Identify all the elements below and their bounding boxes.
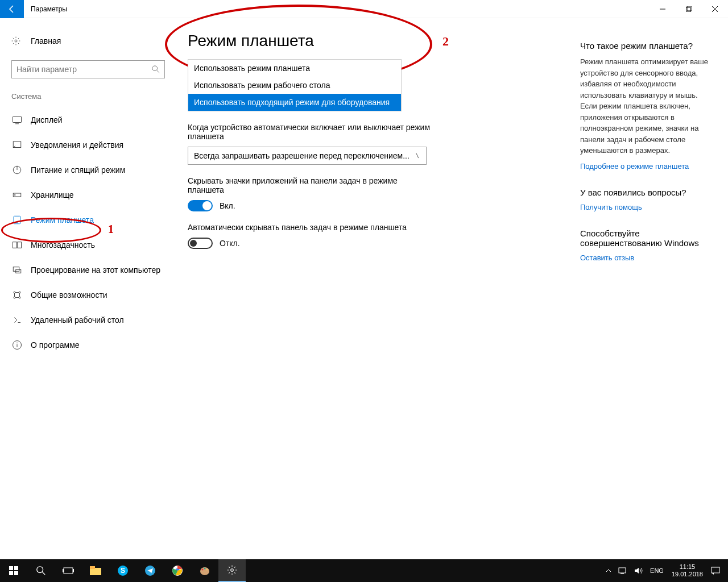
auto-switch-dropdown[interactable]: Всегда запрашивать разрешение перед пере…	[188, 147, 427, 165]
info-text: Режим планшета оптимизирует ваше устройс…	[580, 56, 717, 156]
shared-icon	[11, 289, 23, 301]
svg-point-48	[231, 569, 234, 572]
nav-notifications[interactable]: Уведомления и действия	[11, 132, 176, 157]
svg-point-32	[37, 567, 43, 573]
gear-icon	[11, 36, 23, 45]
nav-tablet-mode[interactable]: Режим планшета	[11, 207, 176, 232]
tray-time: 11:15	[680, 563, 696, 571]
nav-shared[interactable]: Общие возможности	[11, 282, 176, 307]
page-title: Режим планшета	[188, 32, 569, 50]
svg-point-6	[152, 66, 158, 71]
svg-point-16	[16, 222, 18, 223]
svg-point-23	[14, 297, 15, 298]
svg-rect-30	[9, 571, 13, 575]
explorer-taskbar-icon[interactable]	[82, 559, 109, 582]
nav-remote-desktop[interactable]: Удаленный рабочий стол	[11, 307, 176, 332]
main-content: 2 Режим планшета Использовать режим план…	[176, 18, 580, 559]
tray-clock[interactable]: 11:15 19.01.2018	[667, 559, 708, 582]
svg-point-14	[15, 194, 16, 196]
nav-label: Питание и спящий режим	[31, 165, 125, 174]
svg-rect-2	[687, 6, 692, 11]
tray-network-icon[interactable]	[615, 559, 631, 582]
nav-label: Хранилище	[31, 190, 74, 199]
svg-point-5	[15, 40, 17, 42]
nav-about[interactable]: О программе	[11, 332, 176, 357]
svg-text:S: S	[121, 567, 125, 575]
svg-rect-31	[14, 571, 18, 575]
svg-rect-17	[13, 242, 17, 248]
svg-rect-29	[14, 566, 18, 570]
taskbar: S ENG 11:15 19.01.2018	[0, 559, 728, 582]
nav-label: Многозадачность	[31, 240, 95, 250]
setting-label: Когда устройство автоматически включает …	[188, 123, 432, 141]
multitasking-icon	[11, 239, 23, 251]
svg-rect-1	[686, 7, 690, 12]
skype-taskbar-icon[interactable]: S	[109, 559, 136, 582]
svg-rect-18	[18, 242, 22, 248]
display-icon	[11, 114, 23, 126]
search-box[interactable]	[11, 60, 165, 78]
feedback-heading: Способствуйте совершенствованию Windows	[580, 228, 717, 248]
sidebar: Главная Система Дисплей Уведомления и де…	[0, 18, 176, 559]
minimize-button[interactable]	[650, 0, 676, 18]
tray-action-center-icon[interactable]	[708, 559, 723, 582]
svg-rect-28	[9, 566, 13, 570]
feedback-link[interactable]: Оставить отзыв	[580, 253, 717, 262]
settings-taskbar-icon[interactable]	[218, 559, 246, 582]
window-title: Параметры	[31, 5, 67, 13]
svg-rect-49	[619, 568, 626, 573]
annotation-label-2: 2	[442, 34, 449, 49]
svg-point-45	[202, 569, 204, 571]
hide-taskbar-toggle[interactable]	[188, 238, 213, 249]
home-nav[interactable]: Главная	[11, 30, 176, 52]
search-input[interactable]	[16, 65, 152, 74]
svg-rect-36	[73, 569, 74, 572]
dropdown-option-selected[interactable]: Использовать подходящий режим для оборуд…	[188, 94, 401, 111]
learn-more-link[interactable]: Подробнее о режиме планшета	[580, 162, 717, 171]
search-taskbar-button[interactable]	[27, 559, 55, 582]
nav-projecting[interactable]: Проецирование на этот компьютер	[11, 257, 176, 282]
tray-chevron-icon[interactable]	[602, 559, 615, 582]
hide-icons-toggle[interactable]	[188, 200, 213, 211]
nav-power[interactable]: Питание и спящий режим	[11, 157, 176, 182]
svg-point-21	[14, 292, 15, 293]
start-button[interactable]	[0, 559, 27, 582]
info-icon	[11, 339, 23, 351]
tray-date: 19.01.2018	[672, 571, 703, 578]
nav-label: Дисплей	[31, 115, 63, 124]
toggle-state-label: Вкл.	[220, 201, 235, 210]
close-button[interactable]	[702, 0, 728, 18]
get-help-link[interactable]: Получить помощь	[580, 203, 717, 211]
svg-line-7	[157, 70, 159, 73]
task-view-button[interactable]	[55, 559, 82, 582]
back-button[interactable]	[0, 0, 24, 18]
maximize-button[interactable]	[676, 0, 702, 18]
dropdown-option[interactable]: Использовать режим рабочего стола	[188, 77, 401, 94]
tablet-icon	[11, 214, 23, 226]
svg-point-24	[19, 297, 20, 298]
toggle-state-label: Откл.	[220, 239, 240, 248]
search-icon	[152, 65, 160, 73]
tray-language[interactable]: ENG	[647, 559, 667, 582]
questions-heading: У вас появились вопросы?	[580, 188, 717, 197]
dropdown-value: Всегда запрашивать разрешение перед пере…	[194, 151, 410, 160]
remote-icon	[11, 314, 23, 326]
dropdown-option[interactable]: Использовать режим планшета	[188, 60, 401, 77]
svg-point-47	[206, 569, 208, 571]
svg-rect-34	[64, 568, 73, 573]
telegram-taskbar-icon[interactable]	[136, 559, 164, 582]
annotation-label-1: 1	[108, 223, 114, 236]
chrome-taskbar-icon[interactable]	[164, 559, 191, 582]
signin-mode-dropdown[interactable]: Использовать режим планшета Использовать…	[188, 59, 402, 111]
setting-label: Автоматически скрывать панель задач в ре…	[188, 223, 432, 232]
nav-multitasking[interactable]: Многозадачность	[11, 232, 176, 257]
notifications-icon	[11, 139, 23, 151]
nav-storage[interactable]: Хранилище	[11, 182, 176, 207]
nav-display[interactable]: Дисплей	[11, 107, 176, 132]
paint-taskbar-icon[interactable]	[191, 559, 218, 582]
project-icon	[11, 264, 23, 276]
nav-label: О программе	[31, 340, 80, 350]
power-icon	[11, 164, 23, 176]
svg-rect-8	[13, 117, 22, 123]
tray-volume-icon[interactable]	[631, 559, 647, 582]
